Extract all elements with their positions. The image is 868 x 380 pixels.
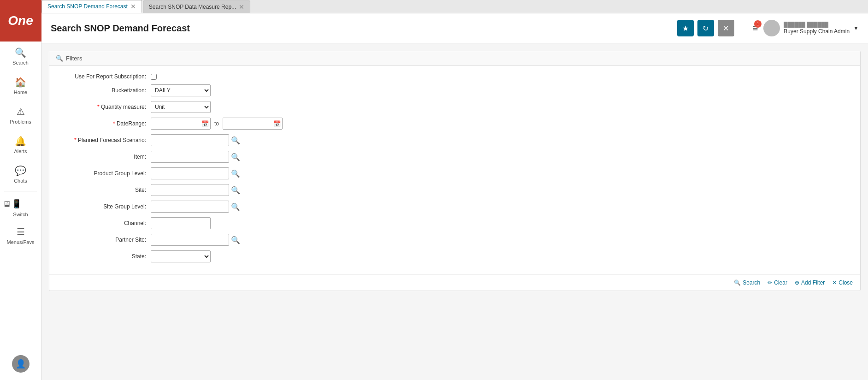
clear-icon: ✏: [768, 279, 772, 286]
site-label: Site:: [59, 187, 151, 193]
subscription-label: Use For Report Subscription:: [59, 73, 151, 80]
item-label: Item:: [59, 154, 151, 160]
channel-input[interactable]: [151, 217, 211, 229]
user-avatar: [763, 20, 780, 36]
sidebar-item-problems[interactable]: ⚠ Problems: [0, 101, 41, 130]
close-footer-icon: ✕: [832, 279, 837, 286]
content-area: 🔍 Filters Use For Report Subscription: B…: [41, 43, 868, 380]
add-filter-icon: ⊕: [795, 279, 799, 286]
user-info: ██████ ██████ Buyer Supply Chain Admin: [784, 22, 850, 35]
planned-forecast-input[interactable]: [151, 134, 229, 146]
user-dropdown-button[interactable]: ▼: [853, 25, 859, 31]
close-tab-2[interactable]: ✕: [239, 4, 244, 10]
row-site: Site: 🔍: [59, 184, 851, 196]
row-planned-forecast: Planned Forecast Scenario: 🔍: [59, 134, 851, 146]
switch-icon-right: 📱: [12, 199, 22, 209]
row-bucketization: Bucketization: DAILY WEEKLY MONTHLY: [59, 84, 851, 96]
chat-icon: 💬: [15, 165, 26, 176]
user-role: Buyer Supply Chain Admin: [784, 28, 850, 35]
bucketization-label: Bucketization:: [59, 87, 151, 94]
row-item: Item: 🔍: [59, 151, 851, 163]
site-search-button[interactable]: 🔍: [231, 186, 240, 195]
site-group-search-button[interactable]: 🔍: [231, 202, 240, 211]
tab-demand-forecast[interactable]: Search SNOP Demand Forecast ✕: [41, 0, 142, 13]
switch-icon-left: 🖥: [2, 199, 11, 209]
item-search-button[interactable]: 🔍: [231, 153, 240, 161]
filters-panel: 🔍 Filters Use For Report Subscription: B…: [49, 51, 861, 291]
sidebar-item-alerts[interactable]: 🔔 Alerts: [0, 130, 41, 160]
sidebar-item-search[interactable]: 🔍 Search: [0, 42, 41, 71]
subscription-checkbox[interactable]: [151, 74, 157, 80]
state-label: State:: [59, 253, 151, 260]
partner-site-search-button[interactable]: 🔍: [231, 236, 240, 244]
avatar-icon: 👤: [16, 359, 26, 369]
row-quantity-measure: Quantity measure: Unit Amount: [59, 101, 851, 113]
search-footer-icon: 🔍: [734, 279, 741, 286]
sidebar-item-user-avatar[interactable]: 👤: [0, 350, 41, 380]
partner-site-label: Partner Site:: [59, 237, 151, 243]
date-range-fields: 📅 to 📅: [151, 118, 283, 130]
row-product-group: Product Group Level: 🔍: [59, 167, 851, 179]
menus-icon: ☰: [17, 226, 25, 238]
date-range-label: DateRange:: [59, 120, 151, 127]
tab-bar: Search SNOP Demand Forecast ✕ Search SNO…: [41, 0, 868, 13]
sidebar: one 🔍 Search 🏠 Home ⚠ Problems 🔔 Alerts …: [0, 0, 41, 380]
refresh-button[interactable]: ↻: [697, 20, 714, 36]
site-group-input[interactable]: [151, 201, 229, 213]
header-actions: ★ ↻ ✕ ≡ 1 ██████ ██████ Buyer Supply Cha…: [677, 20, 859, 36]
partner-site-input[interactable]: [151, 234, 229, 246]
product-group-input[interactable]: [151, 167, 229, 179]
main-area: Search SNOP Demand Forecast ✕ Search SNO…: [41, 0, 868, 380]
close-tab-1[interactable]: ✕: [130, 3, 136, 10]
menu-button[interactable]: ≡ 1: [751, 21, 760, 36]
sidebar-divider: [4, 191, 37, 191]
tab-data-measure[interactable]: Search SNOP Data Measure Rep... ✕: [143, 0, 250, 13]
favorite-button[interactable]: ★: [677, 20, 694, 36]
quantity-measure-label: Quantity measure:: [59, 104, 151, 110]
row-site-group: Site Group Level: 🔍: [59, 201, 851, 213]
user-section: ██████ ██████ Buyer Supply Chain Admin ▼: [763, 20, 859, 36]
date-from-wrap: 📅: [151, 118, 211, 130]
warning-icon: ⚠: [17, 106, 25, 117]
product-group-search-button[interactable]: 🔍: [231, 169, 240, 178]
planned-forecast-search-button[interactable]: 🔍: [231, 136, 240, 145]
product-group-label: Product Group Level:: [59, 170, 151, 177]
item-input[interactable]: [151, 151, 229, 163]
home-icon: 🏠: [15, 77, 26, 88]
filters-body: Use For Report Subscription: Bucketizati…: [49, 66, 860, 274]
page-title: Search SNOP Demand Forecast: [51, 23, 190, 34]
add-filter-link[interactable]: ⊕ Add Filter: [795, 279, 825, 286]
sidebar-item-chats[interactable]: 💬 Chats: [0, 160, 41, 189]
user-name: ██████ ██████: [784, 22, 850, 27]
search-link[interactable]: 🔍 Search: [734, 279, 760, 286]
close-link[interactable]: ✕ Close: [832, 279, 853, 286]
state-select[interactable]: [151, 250, 211, 262]
bucketization-select[interactable]: DAILY WEEKLY MONTHLY: [151, 84, 211, 96]
channel-label: Channel:: [59, 220, 151, 226]
page-header: Search SNOP Demand Forecast ★ ↻ ✕ ≡ 1 ██…: [41, 13, 868, 43]
close-page-button[interactable]: ✕: [718, 20, 734, 36]
sidebar-item-home[interactable]: 🏠 Home: [0, 71, 41, 101]
calendar-to-icon[interactable]: 📅: [273, 120, 281, 127]
row-channel: Channel:: [59, 217, 851, 229]
site-input[interactable]: [151, 184, 229, 196]
site-group-label: Site Group Level:: [59, 203, 151, 210]
row-state: State:: [59, 250, 851, 262]
notification-badge: 1: [754, 20, 762, 28]
filter-icon: 🔍: [56, 55, 63, 62]
planned-forecast-label: Planned Forecast Scenario:: [59, 137, 151, 143]
bell-icon: 🔔: [15, 136, 26, 147]
avatar: 👤: [12, 355, 30, 373]
quantity-measure-select[interactable]: Unit Amount: [151, 101, 211, 113]
sidebar-item-menus[interactable]: ☰ Menus/Favs: [0, 221, 41, 250]
search-icon: 🔍: [15, 47, 26, 58]
calendar-from-icon[interactable]: 📅: [201, 120, 209, 127]
clear-link[interactable]: ✏ Clear: [768, 279, 787, 286]
app-logo[interactable]: one: [0, 0, 41, 42]
to-label: to: [213, 120, 221, 127]
filters-footer: 🔍 Search ✏ Clear ⊕ Add Filter ✕ Close: [49, 274, 860, 291]
row-date-range: DateRange: 📅 to 📅: [59, 118, 851, 130]
row-subscription: Use For Report Subscription:: [59, 73, 851, 80]
filters-tab-header: 🔍 Filters: [49, 51, 860, 66]
filters-label: Filters: [66, 55, 82, 62]
